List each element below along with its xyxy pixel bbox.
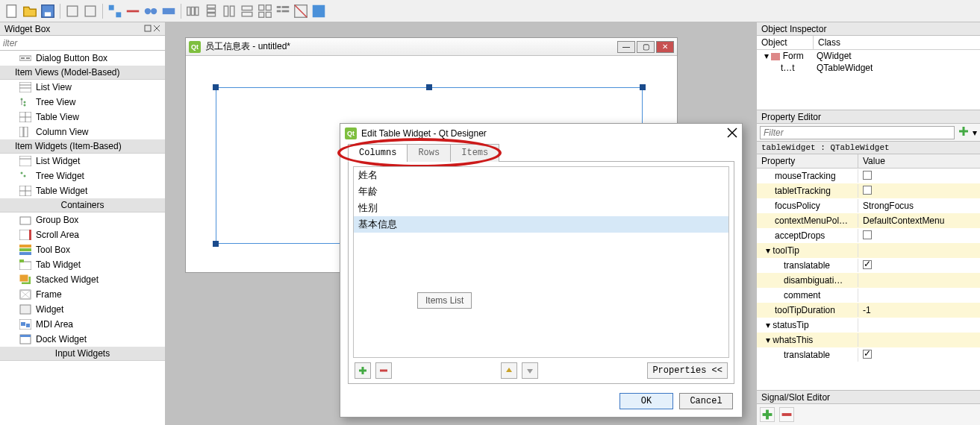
tab-items[interactable]: Items xyxy=(450,144,499,162)
move-down-icon[interactable] xyxy=(522,362,538,379)
open-file-icon[interactable] xyxy=(22,3,38,19)
list-item[interactable]: 年龄 xyxy=(354,183,728,200)
widget-box-filter[interactable] xyxy=(0,36,165,51)
dialog-footer: OK Cancel xyxy=(340,388,742,417)
resize-handle[interactable] xyxy=(213,241,219,247)
resize-handle[interactable] xyxy=(426,84,432,90)
widget-item[interactable]: Column View xyxy=(0,125,165,139)
widget-item[interactable]: Widget xyxy=(0,302,165,317)
minimize-icon[interactable]: — xyxy=(617,41,635,53)
svg-rect-27 xyxy=(282,10,290,12)
property-row[interactable]: acceptDrops xyxy=(757,228,980,243)
property-row[interactable]: comment xyxy=(757,288,980,303)
widget-item[interactable]: List Widget xyxy=(0,154,165,169)
cancel-button[interactable]: Cancel xyxy=(679,393,733,409)
property-row[interactable]: ▾ toolTip xyxy=(757,243,980,258)
restore-icon[interactable] xyxy=(144,24,152,34)
svg-rect-0 xyxy=(7,4,16,17)
property-row[interactable]: ▾ statusTip xyxy=(757,318,980,333)
property-row[interactable]: translatable xyxy=(757,258,980,273)
columns-list[interactable]: 姓名 年龄 性别 基本信息 Items List xyxy=(353,166,729,358)
dialog-close-icon[interactable] xyxy=(727,128,737,140)
widget-category[interactable]: Item Widgets (Item-Based) xyxy=(0,139,165,154)
property-grid[interactable]: Property Value mouseTrackingtabletTracki… xyxy=(757,154,980,390)
property-row[interactable]: contextMenuPol…DefaultContextMenu xyxy=(757,213,980,228)
widget-category[interactable]: Containers xyxy=(0,198,165,212)
svg-point-51 xyxy=(21,172,23,174)
property-row[interactable]: mouseTracking xyxy=(757,169,980,183)
svg-rect-18 xyxy=(242,6,252,10)
widget-item[interactable]: Tool Box xyxy=(0,242,165,257)
widget-item[interactable]: Scroll Area xyxy=(0,227,165,242)
svg-rect-12 xyxy=(196,7,199,15)
list-item[interactable]: 姓名 xyxy=(354,167,728,183)
widget-item[interactable]: Tab Widget xyxy=(0,257,165,272)
svg-rect-4 xyxy=(85,6,96,16)
widget-item[interactable]: Stacked Widget xyxy=(0,272,165,287)
ok-button[interactable]: OK xyxy=(619,393,673,409)
widget-item[interactable]: Tree View xyxy=(0,95,165,110)
property-row[interactable]: focusPolicyStrongFocus xyxy=(757,198,980,213)
break-layout-icon[interactable] xyxy=(293,3,309,19)
resize-handle[interactable] xyxy=(640,84,646,90)
object-row[interactable]: ▾ Form QWidget xyxy=(757,50,980,62)
property-row[interactable]: tabletTracking xyxy=(757,183,980,198)
resize-handle[interactable] xyxy=(213,84,219,90)
remove-signal-icon[interactable] xyxy=(779,407,794,422)
edit-widgets-icon[interactable] xyxy=(107,3,123,19)
layout-h-icon[interactable] xyxy=(185,3,202,19)
layout-v-icon[interactable] xyxy=(203,3,219,19)
redo-icon[interactable] xyxy=(82,3,99,19)
edit-signals-icon[interactable] xyxy=(125,3,141,19)
layout-form-icon[interactable] xyxy=(275,3,291,19)
add-signal-icon[interactable] xyxy=(760,407,775,422)
widget-item[interactable]: Dock Widget xyxy=(0,332,165,347)
property-row[interactable]: disambiguati… xyxy=(757,273,980,288)
tab-rows[interactable]: Rows xyxy=(407,144,451,162)
layout-hsplit-icon[interactable] xyxy=(221,3,237,19)
save-icon[interactable] xyxy=(40,3,56,19)
close-icon[interactable] xyxy=(153,24,160,34)
svg-rect-61 xyxy=(19,252,31,255)
list-item[interactable]: 性别 xyxy=(354,200,728,216)
widget-item[interactable]: Table View xyxy=(0,110,165,125)
widget-box-panel: Widget Box Dialog Button Box Item Views … xyxy=(0,22,166,425)
svg-point-52 xyxy=(24,175,26,177)
move-up-icon[interactable] xyxy=(501,362,517,379)
add-property-icon[interactable] xyxy=(958,125,970,139)
widget-category[interactable]: Item Views (Model-Based) xyxy=(0,66,165,80)
object-inspector[interactable]: Object Class ▾ Form QWidget t…t QTableWi… xyxy=(757,36,980,110)
svg-rect-17 xyxy=(230,6,234,16)
widget-item[interactable]: Tree Widget xyxy=(0,169,165,183)
list-item[interactable]: 基本信息 xyxy=(354,216,728,233)
undo-icon[interactable] xyxy=(64,3,81,19)
widget-item[interactable]: Frame xyxy=(0,287,165,302)
remove-item-icon[interactable] xyxy=(375,362,392,379)
layout-grid-icon[interactable] xyxy=(257,3,273,19)
object-row[interactable]: t…t QTableWidget xyxy=(757,62,980,74)
new-file-icon[interactable] xyxy=(4,3,20,19)
close-window-icon[interactable]: ✕ xyxy=(656,41,674,53)
svg-rect-49 xyxy=(19,156,31,166)
widget-box-list[interactable]: Dialog Button Box Item Views (Model-Base… xyxy=(0,51,165,425)
add-item-icon[interactable] xyxy=(355,362,371,379)
widget-item[interactable]: Dialog Button Box xyxy=(0,51,165,66)
tab-columns[interactable]: Columns xyxy=(348,144,408,162)
property-row[interactable]: ▾ whatsThis xyxy=(757,333,980,347)
widget-item[interactable]: Group Box xyxy=(0,212,165,227)
property-menu-icon[interactable]: ▾ xyxy=(973,128,977,138)
widget-item[interactable]: MDI Area xyxy=(0,317,165,332)
maximize-icon[interactable]: ▢ xyxy=(637,41,655,53)
edit-taborder-icon[interactable] xyxy=(160,3,177,19)
svg-rect-48 xyxy=(24,127,28,137)
property-filter[interactable] xyxy=(760,126,955,139)
properties-toggle[interactable]: Properties << xyxy=(647,362,728,379)
edit-buddies-icon[interactable] xyxy=(143,3,159,19)
property-row[interactable]: translatable xyxy=(757,347,980,362)
widget-item[interactable]: List View xyxy=(0,80,165,95)
layout-vsplit-icon[interactable] xyxy=(239,3,255,19)
adjust-size-icon[interactable] xyxy=(310,3,327,19)
widget-category[interactable]: Input Widgets xyxy=(0,347,165,361)
property-row[interactable]: toolTipDuration-1 xyxy=(757,303,980,318)
widget-item[interactable]: Table Widget xyxy=(0,183,165,198)
